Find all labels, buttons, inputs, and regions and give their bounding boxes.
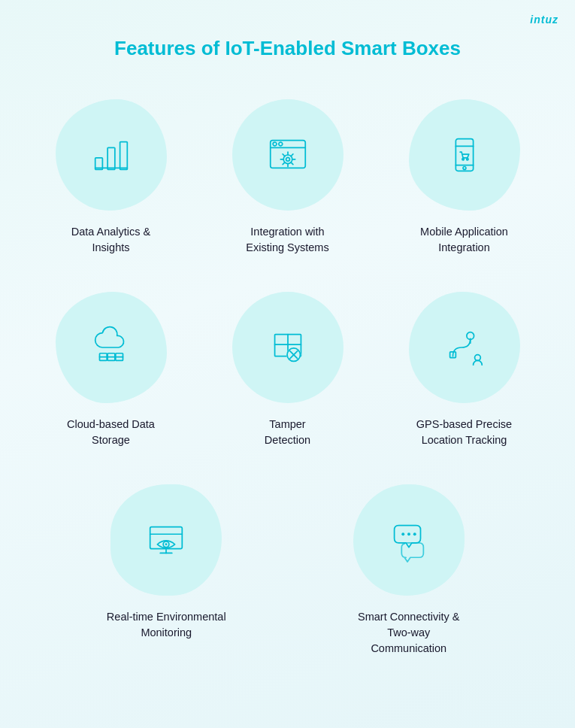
icon-blob-tamper-detection xyxy=(232,292,343,403)
svg-point-6 xyxy=(278,142,282,146)
svg-point-46 xyxy=(401,532,404,535)
brand-logo: intuz xyxy=(530,14,558,26)
label-cloud-storage: Cloud-based DataStorage xyxy=(67,417,155,448)
svg-point-48 xyxy=(413,532,416,535)
title-highlight: IoT-Enabled Smart Boxes xyxy=(225,37,461,59)
svg-rect-2 xyxy=(120,141,127,169)
svg-line-13 xyxy=(283,154,285,156)
label-tamper-detection: TamperDetection xyxy=(265,417,310,448)
label-integration: Integration withExisting Systems xyxy=(246,224,328,256)
svg-point-20 xyxy=(462,158,463,159)
svg-point-21 xyxy=(466,158,468,159)
icon-blob-cloud-storage xyxy=(56,292,167,403)
page-title: Features of IoT-Enabled Smart Boxes xyxy=(0,0,575,69)
chat-icon xyxy=(386,517,432,563)
label-gps-tracking: GPS-based PreciseLocation Tracking xyxy=(416,417,512,448)
features-row-2: Cloud-based DataStorage TamperDetection xyxy=(0,284,575,477)
svg-point-8 xyxy=(286,157,289,161)
icon-blob-environmental xyxy=(110,484,222,596)
svg-point-38 xyxy=(474,355,480,361)
tamper-icon xyxy=(265,324,311,371)
svg-point-47 xyxy=(407,532,410,535)
svg-line-15 xyxy=(283,162,285,165)
cloud-storage-icon xyxy=(88,324,135,371)
label-connectivity: Smart Connectivity &Two-way Communicatio… xyxy=(349,609,469,657)
svg-rect-1 xyxy=(107,147,115,169)
mobile-cart-icon xyxy=(441,132,488,178)
feature-environmental: Real-time EnvironmentalMonitoring xyxy=(45,477,288,670)
icon-blob-integration xyxy=(232,99,343,211)
icon-blob-data-analytics xyxy=(56,99,167,211)
feature-cloud-storage: Cloud-based DataStorage xyxy=(23,284,199,462)
feature-tamper-detection: TamperDetection xyxy=(199,284,376,462)
svg-line-16 xyxy=(291,154,293,156)
icon-blob-connectivity xyxy=(353,484,465,596)
feature-mobile-app: Mobile ApplicationIntegration xyxy=(376,92,552,269)
gps-icon xyxy=(441,324,488,371)
svg-point-5 xyxy=(273,142,277,146)
svg-point-43 xyxy=(165,543,168,545)
eye-monitor-icon xyxy=(143,517,189,563)
features-row-3: Real-time EnvironmentalMonitoring Smart … xyxy=(0,477,575,693)
label-mobile-app: Mobile ApplicationIntegration xyxy=(420,224,508,256)
features-row-1: Data Analytics &Insights xyxy=(0,69,575,284)
feature-data-analytics: Data Analytics &Insights xyxy=(23,92,199,269)
feature-connectivity: Smart Connectivity &Two-way Communicatio… xyxy=(288,477,531,670)
label-environmental: Real-time EnvironmentalMonitoring xyxy=(107,609,226,641)
svg-line-14 xyxy=(291,162,293,165)
browser-gear-icon xyxy=(265,132,311,178)
svg-point-22 xyxy=(463,166,466,169)
feature-integration: Integration withExisting Systems xyxy=(199,92,376,269)
title-prefix: Features of xyxy=(114,37,225,59)
icon-blob-mobile-app xyxy=(409,99,520,211)
label-data-analytics: Data Analytics &Insights xyxy=(71,224,151,256)
feature-gps-tracking: GPS-based PreciseLocation Tracking xyxy=(376,284,552,462)
icon-blob-gps-tracking xyxy=(409,292,520,403)
bar-chart-icon xyxy=(88,132,135,178)
